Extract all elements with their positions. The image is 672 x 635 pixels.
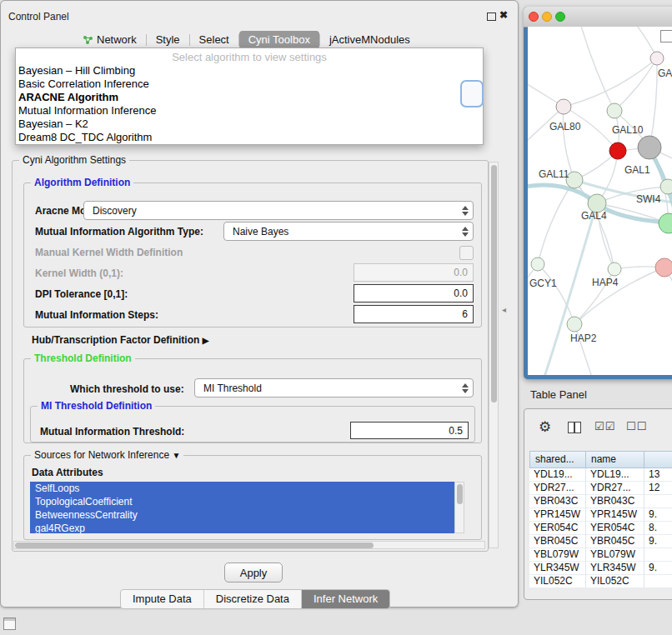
attribute-list-item[interactable]: SelfLoops bbox=[30, 482, 454, 495]
which-threshold-select[interactable]: MI Threshold bbox=[194, 378, 474, 398]
sources-legend[interactable]: Sources for Network Inference ▼ bbox=[31, 449, 183, 461]
tab-impute-data[interactable]: Impute Data bbox=[121, 590, 204, 608]
scrollbar-thumb[interactable] bbox=[457, 484, 463, 504]
table-body: YDL19...YDL19...13YDR27...YDR27...12YBR0… bbox=[529, 468, 672, 588]
table-row[interactable]: YDL19...YDL19...13 bbox=[529, 468, 672, 482]
stepper-icon bbox=[462, 206, 469, 216]
settings-horizontal-scrollbar[interactable] bbox=[13, 541, 485, 549]
kernel-width-label: Kernel Width (0,1): bbox=[35, 268, 123, 279]
network-node[interactable] bbox=[660, 179, 672, 194]
threshold-definition-legend: Threshold Definition bbox=[31, 352, 135, 364]
table-cell: YLR345W bbox=[586, 562, 644, 575]
table-panel-title: Table Panel bbox=[530, 388, 587, 401]
tab-discretize-data[interactable]: Discretize Data bbox=[204, 590, 302, 608]
network-node-label: GAL10 bbox=[612, 124, 644, 136]
network-node[interactable] bbox=[567, 317, 582, 332]
menu-item[interactable]: Dream8 DC_TDC Algorithm bbox=[16, 131, 483, 144]
network-edge[interactable] bbox=[564, 58, 657, 107]
column-header[interactable] bbox=[644, 451, 672, 468]
attribute-list-scrollbar[interactable] bbox=[454, 482, 464, 533]
mi-threshold-field[interactable]: 0.5 bbox=[350, 422, 469, 439]
panel-collapse-icon[interactable]: ◂ bbox=[502, 305, 506, 314]
network-node[interactable] bbox=[650, 52, 664, 65]
table-row[interactable]: YPR145WYPR145W9. bbox=[529, 508, 672, 522]
table-cell: 12 bbox=[644, 482, 672, 495]
apply-button[interactable]: Apply bbox=[224, 562, 283, 582]
table-row[interactable]: YDR27...YDR27...12 bbox=[529, 482, 672, 495]
zoom-traffic-light[interactable] bbox=[555, 12, 565, 22]
algorithm-combobox-button[interactable] bbox=[460, 80, 484, 108]
scrollbar-thumb[interactable] bbox=[491, 165, 497, 402]
network-node[interactable] bbox=[638, 136, 661, 159]
tab-cyni-toolbox[interactable]: Cyni Toolbox bbox=[239, 31, 319, 49]
network-edge[interactable] bbox=[578, 27, 614, 111]
mi-type-select[interactable]: Naive Bayes bbox=[223, 222, 474, 241]
table-panel-window: ⚙ ☑☑ ☐☐ shared...name YDL19...YDL19...13… bbox=[524, 408, 672, 600]
network-edge[interactable] bbox=[614, 58, 657, 111]
tab-network[interactable]: Network bbox=[73, 31, 146, 49]
dpi-tolerance-field[interactable]: 0.0 bbox=[354, 284, 474, 302]
mi-type-value: Naive Bayes bbox=[233, 226, 288, 238]
network-node[interactable] bbox=[659, 213, 672, 233]
attribute-list-item[interactable]: gal4RGexp bbox=[30, 522, 454, 533]
network-node[interactable] bbox=[531, 258, 544, 271]
column-header[interactable]: name bbox=[586, 451, 644, 468]
gear-icon[interactable]: ⚙ bbox=[539, 418, 551, 436]
network-node[interactable] bbox=[609, 142, 626, 159]
minimized-panel-icon[interactable] bbox=[3, 618, 16, 630]
tab-infer-network[interactable]: Infer Network bbox=[302, 590, 389, 608]
sources-title: Sources for Network Inference bbox=[34, 449, 169, 461]
menu-item[interactable]: Mutual Information Inference bbox=[16, 104, 483, 118]
mi-steps-field[interactable]: 6 bbox=[354, 305, 474, 323]
network-edge[interactable] bbox=[574, 268, 664, 324]
table-cell bbox=[644, 575, 672, 588]
network-edge-medium[interactable] bbox=[544, 203, 597, 375]
minimize-traffic-light[interactable] bbox=[542, 12, 552, 22]
menu-item[interactable]: Bayesian – Hill Climbing bbox=[16, 64, 483, 78]
mi-threshold-value: 0.5 bbox=[449, 425, 463, 437]
network-node-label: GAL80 bbox=[549, 121, 581, 132]
table-row[interactable]: YLR345WYLR345W9. bbox=[529, 562, 672, 575]
network-edge[interactable] bbox=[649, 58, 657, 148]
table-row[interactable]: YIL052CYIL052C bbox=[529, 575, 672, 588]
attribute-list-item[interactable]: TopologicalCoefficient bbox=[30, 495, 454, 508]
column-header[interactable]: shared... bbox=[529, 451, 586, 468]
table-row[interactable]: YBL079WYBL079W bbox=[529, 548, 672, 562]
tab-style[interactable]: Style bbox=[147, 31, 189, 49]
table-row[interactable]: YBR043CYBR043C bbox=[529, 495, 672, 508]
select-all-checkboxes-icon[interactable]: ☑☑ bbox=[594, 420, 615, 432]
table-cell: YBL079W bbox=[586, 548, 644, 562]
tab-select[interactable]: Select bbox=[190, 31, 238, 49]
kernel-width-value: 0.0 bbox=[454, 267, 468, 278]
network-canvas[interactable]: GAL80GAL10GAL11GAL1SWI4GAL4GCY1HAP4HAP2G… bbox=[528, 27, 672, 375]
manual-kernel-checkbox[interactable] bbox=[459, 246, 474, 260]
network-edge[interactable] bbox=[538, 180, 574, 264]
close-icon[interactable]: ✖ bbox=[499, 9, 508, 21]
attribute-list-item[interactable]: BetweennessCentrality bbox=[30, 508, 454, 522]
menu-item[interactable]: Basic Correlation Inference bbox=[16, 78, 483, 91]
kernel-width-field[interactable]: 0.0 bbox=[354, 263, 474, 282]
deselect-all-checkboxes-icon[interactable]: ☐☐ bbox=[626, 420, 647, 432]
float-window-icon[interactable] bbox=[487, 12, 496, 21]
network-node[interactable] bbox=[607, 103, 622, 118]
aracne-mode-select[interactable]: Discovery bbox=[83, 201, 474, 220]
network-node[interactable] bbox=[608, 262, 621, 276]
overview-toggle[interactable] bbox=[660, 30, 672, 42]
network-node[interactable] bbox=[655, 258, 672, 277]
tab-jactivemnodules[interactable]: jActiveMNodules bbox=[320, 31, 419, 49]
table-row[interactable]: YER054CYER054C8. bbox=[529, 522, 672, 535]
scrollbar-thumb[interactable] bbox=[15, 542, 374, 548]
aracne-mode-value: Discovery bbox=[93, 205, 137, 217]
hub-definition-toggle[interactable]: Hub/Transcription Factor Definition ▶ bbox=[32, 334, 208, 346]
table-cell: YPR145W bbox=[529, 508, 586, 522]
network-window-titlebar[interactable] bbox=[524, 7, 672, 28]
menu-item[interactable]: Bayesian – K2 bbox=[16, 118, 483, 131]
network-node[interactable] bbox=[556, 99, 571, 114]
table-row[interactable]: YBR045CYBR045C9. bbox=[529, 535, 672, 548]
algorithm-dropdown-popup: Select algorithm to view settings Bayesi… bbox=[15, 48, 484, 145]
close-traffic-light[interactable] bbox=[529, 12, 539, 22]
settings-vertical-scrollbar[interactable] bbox=[489, 162, 499, 548]
attribute-list[interactable]: SelfLoopsTopologicalCoefficientBetweenne… bbox=[30, 482, 454, 533]
menu-item[interactable]: ARACNE Algorithm bbox=[16, 91, 483, 104]
columns-icon[interactable] bbox=[568, 422, 581, 433]
